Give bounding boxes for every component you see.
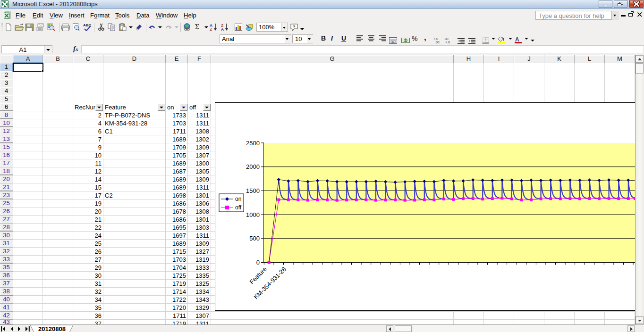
svg-text:1000: 1000 <box>246 211 260 218</box>
svg-text:2500: 2500 <box>246 140 260 147</box>
svg-text:.00: .00 <box>444 37 449 41</box>
svg-text:1500: 1500 <box>246 187 260 194</box>
svg-text:2000: 2000 <box>246 163 260 170</box>
svg-text:500: 500 <box>249 235 260 242</box>
svg-text:20120808: 20120808 <box>38 325 66 332</box>
svg-text:+.0: +.0 <box>445 41 450 43</box>
svg-text:off: off <box>235 204 242 211</box>
svg-text:.00: .00 <box>435 41 440 43</box>
svg-text:A: A <box>221 27 224 31</box>
svg-text:on: on <box>235 196 241 202</box>
svg-text:0: 0 <box>256 259 260 266</box>
svg-text:A: A <box>515 36 519 43</box>
svg-text:+.0: +.0 <box>433 37 438 41</box>
svg-text:a: a <box>392 40 394 43</box>
svg-text:Z: Z <box>210 27 212 31</box>
svg-text:?: ? <box>293 25 296 29</box>
